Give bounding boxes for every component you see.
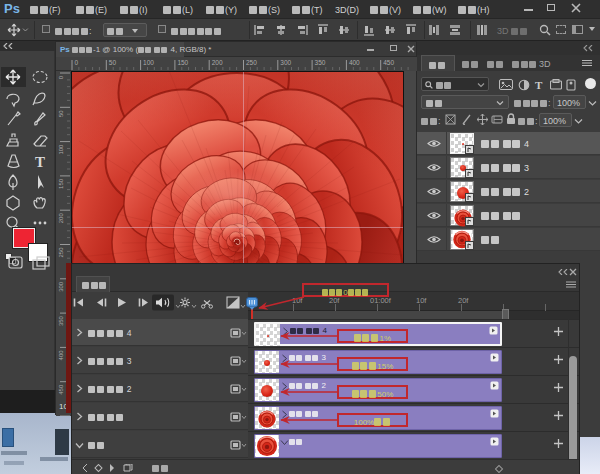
svg-text:300: 300 [58, 281, 64, 292]
svg-text:T: T [35, 154, 45, 170]
svg-text:200: 200 [58, 213, 64, 224]
svg-text:250: 250 [246, 59, 257, 66]
svg-text:0: 0 [75, 59, 79, 66]
svg-text:150: 150 [177, 59, 188, 66]
svg-text:450: 450 [383, 59, 394, 66]
svg-text:50: 50 [58, 110, 64, 117]
svg-text:100: 100 [143, 59, 154, 66]
svg-text:350: 350 [315, 59, 326, 66]
svg-text:400: 400 [58, 350, 64, 361]
svg-text:100: 100 [58, 144, 64, 155]
svg-text:250: 250 [58, 247, 64, 258]
svg-text:300: 300 [280, 59, 291, 66]
svg-text:400: 400 [349, 59, 360, 66]
svg-text:200: 200 [212, 59, 223, 66]
svg-text:350: 350 [58, 315, 64, 326]
svg-text:50: 50 [109, 59, 117, 66]
svg-text:150: 150 [58, 178, 64, 189]
svg-text:450: 450 [58, 384, 64, 395]
